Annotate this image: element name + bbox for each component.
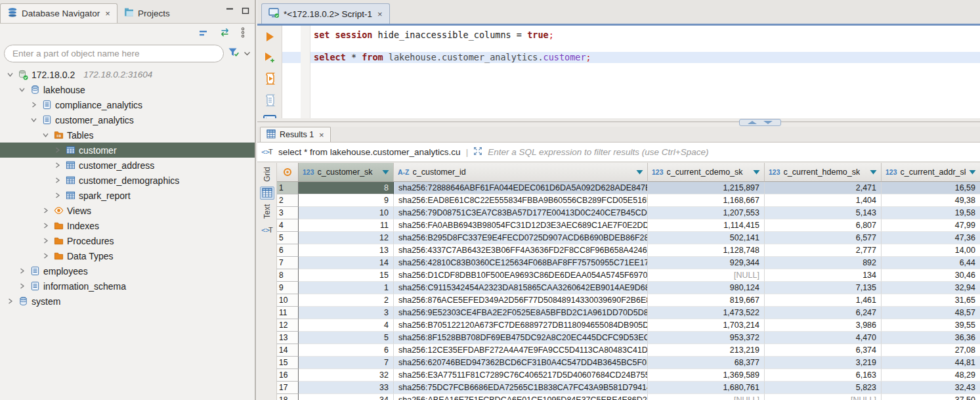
grid-cell[interactable]: 7,135 [765,282,882,294]
grid-cell[interactable]: 9 [299,194,394,207]
tree-item-customer-demographics[interactable]: customer_demographics [0,173,255,188]
filter-dropdown-chevron-icon[interactable] [244,47,251,59]
grid-cell[interactable]: sha256:FA0ABB6943B98054FC31D12D3E3AEC689… [394,219,648,232]
grid-cell[interactable]: 14,00 [882,244,980,257]
grid-cell[interactable]: 929,344 [648,257,765,269]
tree-item-system[interactable]: system [0,294,255,309]
chevron-right-icon[interactable] [53,162,62,168]
tab-sql-script[interactable]: *<172.18.0.2> Script-1 × [261,3,390,24]
grid-cell[interactable]: sha256:C9115342454A2323DA815865CAA326064… [394,282,648,294]
grid-cell[interactable]: 36,36 [882,332,980,344]
grid-cell[interactable]: 11 [299,219,394,232]
grid-cell[interactable]: 31,65 [882,294,980,307]
grid-cell[interactable]: 1,128,748 [648,244,765,257]
tree-item-indexes[interactable]: Indexes [0,218,255,233]
grid-cell[interactable]: sha256:876ACE5EFED349A2D56F77D5084891433… [394,294,648,307]
grid-cell[interactable]: 892 [765,257,882,269]
tree-item-compliance-analytics[interactable]: compliance_analytics [0,97,255,112]
grid-cell[interactable]: 6 [299,344,394,357]
grid-cell[interactable]: 6,577 [765,232,882,244]
grid-cell[interactable]: 1,114,415 [648,219,765,232]
sort-dropdown-icon[interactable] [969,167,976,177]
code-line[interactable] [282,41,980,52]
grid-cell[interactable]: sha256:B705122120A673FC7DE6889727DB11809… [394,319,648,332]
chevron-down-icon[interactable] [5,72,14,78]
tree-item-lakehouse[interactable]: lakehouse [0,82,255,97]
grid-cell[interactable]: sha256:79D08751C3EA7C83BA57D177E00413D0C… [394,207,648,219]
row-number[interactable]: 5 [277,232,299,244]
grid-cell[interactable]: 3,986 [765,319,882,332]
chevron-down-icon[interactable] [41,132,50,138]
row-number[interactable]: 17 [277,382,299,394]
collapse-all-icon[interactable] [198,28,209,39]
chevron-right-icon[interactable] [41,208,50,213]
grid-cell[interactable]: 68,377 [648,357,765,369]
chevron-right-icon[interactable] [53,177,62,183]
chevron-right-icon[interactable] [41,238,50,244]
execute-script-icon[interactable] [263,72,277,85]
grid-cell[interactable]: sha256:9E52303CE4FBA2E2F0525E8A5BFBD2C1A… [394,307,648,319]
grid-cell[interactable]: 47,36 [882,232,980,244]
grid-cell[interactable]: 819,667 [648,294,765,307]
chevron-right-icon[interactable] [5,298,14,304]
tree-item-172-18-0-2[interactable]: 172.18.0.2172.18.0.2:31604 [0,67,255,82]
grid-cell[interactable]: sha256:E3A77511F81C7289C76C4065217D5D406… [394,369,648,382]
grid-cell[interactable]: 6,247 [765,307,882,319]
grid-cell[interactable]: 5,823 [765,382,882,394]
tree-item-spark-report[interactable]: spark_report [0,188,255,203]
row-number[interactable]: 7 [277,257,299,269]
filter-funnel-icon[interactable] [228,47,240,60]
text-view-icon[interactable]: <>T [260,223,274,236]
chevron-down-icon[interactable] [29,117,38,123]
tree-item-views[interactable]: Views [0,203,255,218]
tree-item-employees[interactable]: employees [0,263,255,278]
grid-cell[interactable]: sha256:620746BED947362BCD6CF31B0A4C547DD… [394,357,648,369]
row-number[interactable]: 10 [277,294,299,307]
grid-cell[interactable]: 10 [299,207,394,219]
grid-cell[interactable]: 6,163 [765,369,882,382]
grid-cell[interactable]: 27,08 [882,344,980,357]
chevron-right-icon[interactable] [53,147,62,153]
chevron-right-icon[interactable] [29,102,38,108]
grid-cell[interactable]: 3,219 [765,357,882,369]
grid-cell[interactable]: 5,143 [765,207,882,219]
minimize-view-icon[interactable] [226,5,234,17]
row-number[interactable]: 8 [277,269,299,282]
grid-cell[interactable]: 1,168,667 [648,194,765,207]
grid-view-icon[interactable] [260,187,274,200]
close-icon[interactable]: × [377,9,383,19]
grid-cell[interactable]: 5 [299,332,394,344]
grid-cell[interactable]: 7 [299,357,394,369]
grid-cell[interactable]: 13 [299,244,394,257]
column-header-c_current_hdemo_sk[interactable]: 123c_current_hdemo_sk [765,163,882,182]
row-number[interactable]: 11 [277,307,299,319]
grid-cell[interactable]: 39,55 [882,319,980,332]
tab-database-navigator[interactable]: Database Navigator × [0,3,117,23]
grid-cell[interactable]: 6,807 [765,219,882,232]
results-filter-bar[interactable]: <>T select * from lakehouse.customer_ana… [257,143,980,162]
link-with-editor-icon[interactable] [219,28,231,39]
sort-dropdown-icon[interactable] [870,167,877,177]
splitter-collapse-control[interactable] [739,119,781,126]
row-number[interactable]: 16 [277,369,299,382]
grid-cell[interactable]: 33 [299,382,394,394]
view-menu-icon[interactable] [240,27,245,41]
grid-corner-cell[interactable] [277,163,299,182]
grid-cell[interactable]: 8 [299,182,394,194]
grid-cell[interactable]: 1 [299,282,394,294]
grid-cell[interactable]: 47,99 [882,219,980,232]
tree-item-data-types[interactable]: Data Types [0,248,255,263]
grid-cell[interactable]: 1,680,761 [648,382,765,394]
grid-cell[interactable]: 1,473,522 [648,307,765,319]
close-icon[interactable]: × [319,130,324,140]
grid-cell[interactable]: 48,29 [882,369,980,382]
grid-cell[interactable]: sha256:8F1528BB708DF69EB475DC92A8C20EC44… [394,332,648,344]
grid-cell[interactable]: 34 [299,394,394,400]
grid-cell[interactable]: 1,207,553 [648,207,765,219]
grid-cell[interactable]: sha256:B295D8FC337E9E4FECD0725D907ACD6B6… [394,232,648,244]
grid-cell[interactable]: 44,81 [882,357,980,369]
execute-new-tab-icon[interactable] [263,51,277,63]
grid-cell[interactable]: 19,58 [882,207,980,219]
tree-item-customer[interactable]: customer [0,143,255,158]
grid-cell[interactable]: 1,215,897 [648,182,765,194]
